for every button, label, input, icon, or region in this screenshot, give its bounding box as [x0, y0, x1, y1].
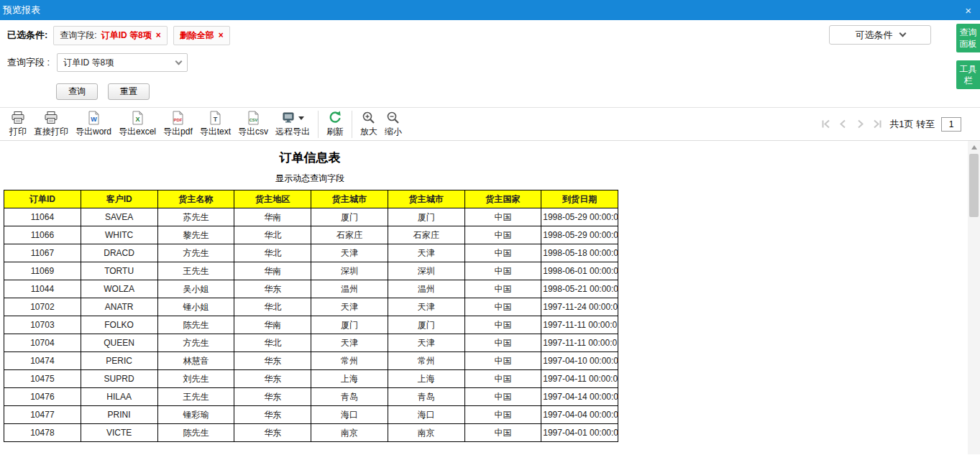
table-cell: 石家庄	[388, 226, 464, 244]
table-cell: 中国	[464, 334, 541, 352]
tool-label: 缩小	[385, 126, 402, 138]
first-page-icon[interactable]	[820, 119, 831, 129]
scroll-up-icon[interactable]	[968, 141, 980, 153]
table-row: 11069TORTU王先生华南深圳深圳中国1998-06-01 00:00:0	[4, 262, 618, 280]
tool-label: 放大	[360, 126, 377, 138]
column-header: 货主城市	[311, 190, 388, 208]
printer-icon	[44, 110, 58, 126]
table-cell: 华南	[234, 208, 311, 226]
table-cell: ANATR	[81, 298, 157, 316]
excel-doc-icon: X	[132, 110, 144, 126]
table-cell: 华东	[234, 406, 311, 424]
table-cell: 1997-11-11 00:00:0	[541, 334, 618, 352]
tool-label: 打印	[9, 126, 27, 138]
query-field-select[interactable]: 订单ID 等8项	[57, 53, 188, 72]
table-cell: 10704	[4, 334, 81, 352]
table-cell: 天津	[311, 244, 388, 262]
table-cell: 中国	[464, 424, 541, 442]
query-field-row: 查询字段 : 订单ID 等8项	[0, 50, 980, 75]
table-cell: 常州	[388, 352, 464, 370]
printer-icon	[11, 110, 25, 126]
table-cell: 锺彩瑜	[157, 406, 234, 424]
remove-delete-all-icon[interactable]: ×	[219, 30, 224, 40]
refresh-button[interactable]: 刷新	[323, 110, 347, 138]
close-icon[interactable]: ×	[965, 5, 971, 16]
export-csv-button[interactable]: CSV 导出csv	[234, 110, 272, 138]
selected-conditions-label: 已选条件:	[7, 29, 47, 42]
table-cell: 锺小姐	[157, 298, 234, 316]
table-cell: 中国	[464, 406, 541, 424]
table-cell: 黎先生	[157, 226, 234, 244]
delete-all-label: 删除全部	[180, 29, 214, 42]
tool-label: 远程导出	[275, 126, 310, 138]
scrollbar-thumb[interactable]	[969, 154, 979, 217]
report-table: 订单ID客户ID货主名称货主地区货主城市货主城市货主国家到货日期 11064SA…	[4, 190, 618, 442]
remote-export-button[interactable]: 远程导出	[272, 110, 313, 138]
table-cell: 陈先生	[157, 316, 234, 334]
report-content-area: 订单信息表 显示动态查询字段 订单ID客户ID货主名称货主地区货主城市货主城市货…	[0, 141, 980, 454]
report-subtitle: 显示动态查询字段	[0, 173, 620, 185]
titlebar: 预览报表 ×	[0, 0, 980, 20]
table-row: 10703FOLKO陈先生华南厦门厦门中国1997-11-11 00:00:0	[4, 316, 618, 334]
table-cell: 1997-04-10 00:00:0	[541, 352, 618, 370]
table-cell: 华北	[234, 244, 311, 262]
prev-page-icon[interactable]	[838, 119, 848, 129]
table-cell: 海口	[311, 406, 388, 424]
next-page-icon[interactable]	[855, 119, 866, 129]
table-cell: 华北	[234, 298, 311, 316]
table-row: 10702ANATR锺小姐华北天津天津中国1997-11-24 00:00:0	[4, 298, 618, 316]
table-cell: 天津	[388, 334, 464, 352]
last-page-icon[interactable]	[872, 119, 883, 129]
column-header: 货主名称	[157, 190, 234, 208]
table-cell: 中国	[464, 280, 541, 298]
table-cell: 11067	[4, 244, 81, 262]
svg-text:PDF: PDF	[173, 118, 182, 122]
zoom-in-button[interactable]: 放大	[357, 110, 381, 138]
window-title: 预览报表	[3, 4, 40, 17]
table-cell: 1997-04-11 00:00:0	[541, 370, 618, 388]
tool-label: 刷新	[326, 126, 344, 138]
table-cell: 华东	[234, 280, 311, 298]
export-text-button[interactable]: T 导出text	[196, 110, 234, 138]
table-cell: 中国	[464, 298, 541, 316]
export-word-button[interactable]: W 导出word	[72, 110, 115, 138]
table-cell: TORTU	[81, 262, 157, 280]
table-cell: 11044	[4, 280, 81, 298]
vertical-scrollbar[interactable]	[968, 141, 980, 454]
side-tab-toolbar[interactable]: 工具栏	[956, 60, 980, 89]
condition-tag-delete-all[interactable]: 删除全部 ×	[173, 26, 230, 45]
remove-condition-icon[interactable]: ×	[156, 30, 161, 40]
tool-label: 导出word	[75, 126, 111, 138]
table-cell: 厦门	[311, 208, 388, 226]
reset-button[interactable]: 重置	[108, 83, 150, 100]
pdf-doc-icon: PDF	[172, 110, 184, 126]
table-row: 10704QUEEN方先生华北天津天津中国1997-11-11 00:00:0	[4, 334, 618, 352]
zoom-out-button[interactable]: 缩小	[381, 110, 406, 138]
table-cell: 上海	[311, 370, 388, 388]
table-cell: 厦门	[311, 316, 388, 334]
table-cell: 华南	[234, 262, 311, 280]
table-cell: 10474	[4, 352, 81, 370]
chevron-down-icon[interactable]	[298, 116, 304, 120]
condition-tag-value: 订单ID 等8项	[101, 29, 152, 42]
table-cell: 青岛	[311, 388, 388, 406]
table-cell: PERIC	[81, 352, 157, 370]
column-header: 货主城市	[388, 190, 464, 208]
print-button[interactable]: 打印	[6, 110, 30, 138]
export-pdf-button[interactable]: PDF 导出pdf	[160, 110, 196, 138]
export-excel-button[interactable]: X 导出excel	[115, 110, 160, 138]
query-button[interactable]: 查询	[56, 83, 98, 100]
condition-tag-query-field[interactable]: 查询字段: 订单ID 等8项 ×	[53, 26, 167, 45]
optional-conditions-button[interactable]: 可选条件	[829, 25, 931, 45]
page-input[interactable]	[941, 117, 961, 132]
direct-print-button[interactable]: 直接打印	[30, 110, 72, 138]
side-tab-query-panel[interactable]: 查询面板	[956, 24, 980, 52]
table-cell: 中国	[464, 226, 541, 244]
zoom-out-icon	[386, 110, 400, 126]
tool-label: 导出csv	[238, 126, 268, 138]
table-cell: 11064	[4, 208, 81, 226]
selected-conditions-bar: 已选条件: 查询字段: 订单ID 等8项 × 删除全部 × 可选条件	[0, 20, 980, 50]
table-cell: 华东	[234, 424, 311, 442]
table-cell: 温州	[388, 280, 464, 298]
table-cell: 1998-05-21 00:00:0	[541, 280, 618, 298]
